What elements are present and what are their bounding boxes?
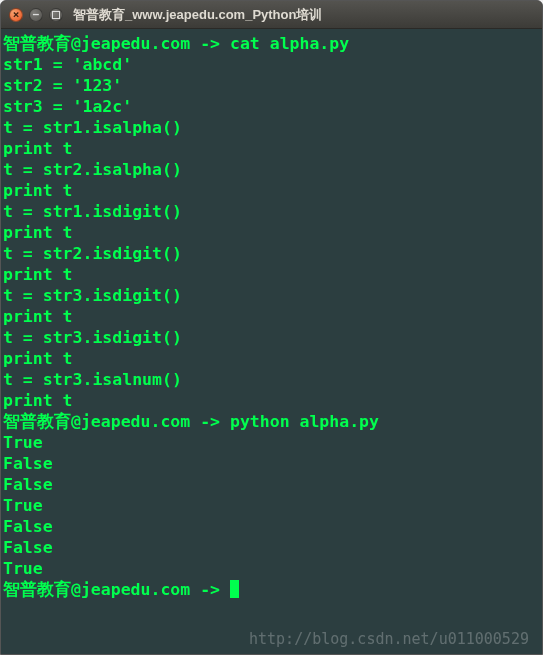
source-line: print t [3,264,540,285]
cursor [230,580,239,598]
output-line: False [3,516,540,537]
source-line: print t [3,390,540,411]
close-icon[interactable] [9,8,23,22]
minimize-icon[interactable] [29,8,43,22]
prompt-line: 智普教育@jeapedu.com -> cat alpha.py [3,33,540,54]
prompt-line: 智普教育@jeapedu.com -> [3,579,540,600]
source-line: t = str1.isdigit() [3,201,540,222]
prompt-sep: -> [190,412,230,431]
window-title: 智普教育_www.jeapedu.com_Python培训 [73,6,322,24]
command-text: cat alpha.py [230,34,349,53]
maximize-icon[interactable] [49,8,63,22]
source-line: t = str3.isalnum() [3,369,540,390]
output-line: True [3,495,540,516]
prompt-user: 智普教育 [3,580,71,599]
prompt-host: jeapedu.com [81,580,190,599]
output-line: True [3,558,540,579]
prompt-user: 智普教育 [3,412,71,431]
source-line: t = str2.isalpha() [3,159,540,180]
output-line: True [3,432,540,453]
source-line: str3 = '1a2c' [3,96,540,117]
output-line: False [3,537,540,558]
source-line: print t [3,180,540,201]
output-line: False [3,453,540,474]
prompt-sep: -> [190,580,230,599]
source-line: print t [3,138,540,159]
terminal-window: 智普教育_www.jeapedu.com_Python培训 智普教育@jeape… [0,0,543,655]
source-line: t = str3.isdigit() [3,327,540,348]
prompt-host: jeapedu.com [81,34,190,53]
prompt-user: 智普教育 [3,34,71,53]
source-line: t = str2.isdigit() [3,243,540,264]
source-line: t = str1.isalpha() [3,117,540,138]
source-line: print t [3,348,540,369]
titlebar[interactable]: 智普教育_www.jeapedu.com_Python培训 [1,1,542,29]
source-line: print t [3,306,540,327]
prompt-sep: -> [190,34,230,53]
prompt-host: jeapedu.com [81,412,190,431]
source-line: str1 = 'abcd' [3,54,540,75]
source-line: str2 = '123' [3,75,540,96]
command-text: python alpha.py [230,412,379,431]
watermark: http://blog.csdn.net/u011000529 [249,629,529,650]
source-line: t = str3.isdigit() [3,285,540,306]
prompt-line: 智普教育@jeapedu.com -> python alpha.py [3,411,540,432]
terminal-body[interactable]: 智普教育@jeapedu.com -> cat alpha.py str1 = … [1,29,542,654]
output-line: False [3,474,540,495]
window-controls [9,8,63,22]
source-line: print t [3,222,540,243]
